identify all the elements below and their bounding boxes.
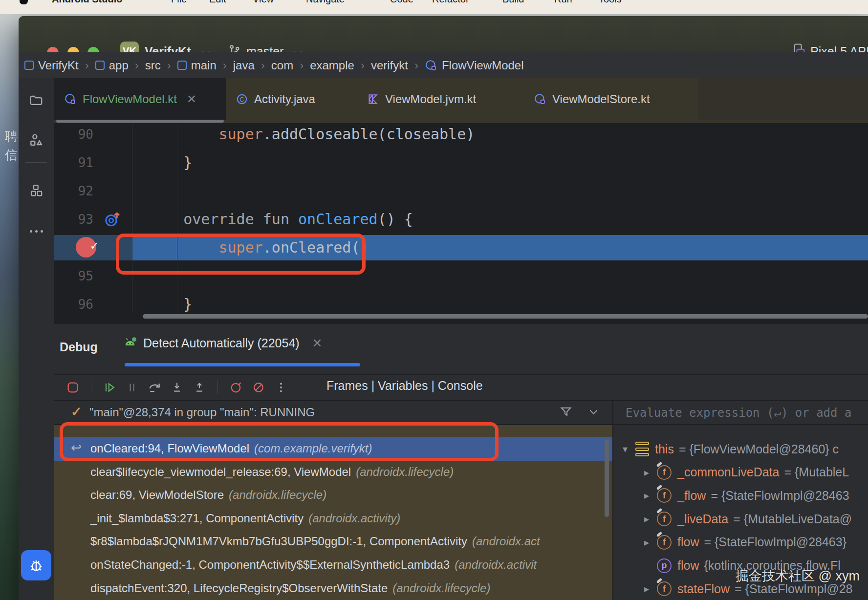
menu-item-android-studio[interactable]: Android Studio [52,0,122,5]
pause-icon[interactable] [125,380,139,395]
debug-session-tab[interactable]: Detect Automatically (22054) ✕ [123,336,323,350]
chevron-right-icon[interactable]: ▸ [644,467,657,478]
frame-package: (androidx.lifecycle) [392,581,490,595]
code-line-95: 95 [54,262,868,290]
variable-row-this[interactable]: ▾this= {FlowViewModel@28460} c [623,437,839,461]
tab-label: ViewModelStore.kt [552,92,650,106]
breadcrumb-separator: › [135,59,139,72]
breadcrumb-label: java [233,59,255,72]
debug-toolbar [65,375,288,400]
menu-item-code[interactable]: Code [390,0,413,5]
structure-icon[interactable] [28,132,44,149]
filter-funnel-icon[interactable] [559,405,573,419]
close-session-icon[interactable]: ✕ [312,336,323,350]
menu-item-file[interactable]: File [171,0,187,5]
menu-item-build[interactable]: Build [502,0,524,5]
variable-row-liveData[interactable]: ▸f_liveData= {MutableLiveData@ [644,507,852,531]
variable-name: _flow [677,489,706,503]
chevron-right-icon[interactable]: ▸ [644,513,657,525]
frame-package: (com.example.verifykt) [254,442,372,455]
chevron-down-icon[interactable]: ▾ [623,443,635,455]
apple-logo-icon[interactable] [20,0,28,4]
breadcrumb-item-verifykt[interactable]: verifykt [371,59,408,72]
stack-frame-row[interactable]: ↩onCleared:94, FlowViewModel(com.example… [54,437,612,461]
more-tool-windows-icon[interactable] [28,223,44,239]
project-folder-icon[interactable] [28,92,44,108]
chevron-right-icon[interactable]: ▸ [644,583,657,595]
minimize-window-button[interactable] [67,47,79,52]
kotlin-class-icon [534,93,546,106]
menu-item-navigate[interactable]: Navigate [306,0,345,5]
chevron-right-icon[interactable]: ▸ [644,536,657,548]
step-over-icon[interactable] [147,380,162,395]
breadcrumb-separator: › [414,59,418,72]
debug-view-tabs[interactable]: Frames | Variables | Console [326,379,483,393]
close-tab-icon[interactable]: ✕ [187,92,196,106]
breakpoint-icon[interactable]: ✓ [76,237,96,257]
tab-viewmodel-jvm-kt[interactable]: ViewModel.jvm.kt [357,78,524,120]
thread-status-row[interactable]: ✓ "main"@28,374 in group "main": RUNNING [54,401,612,424]
menu-item-refactor[interactable]: Refactor [432,0,469,5]
breadcrumb-item-com[interactable]: com [271,59,293,72]
stack-frame-row[interactable]: clear:69, ViewModelStore(androidx.lifecy… [54,484,612,507]
window-title-bar: VK VerifyKt master Pixel 5 API 34 [19,16,868,52]
override-marker-icon[interactable] [103,210,123,230]
tab-activity-java[interactable]: CActivity.java [226,78,357,120]
variable-row-flow[interactable]: ▸f_flow= {StateFlowImpl@28463 [644,484,849,507]
variable-row-commonLiveData[interactable]: ▸f_commonLiveData= {MutableL [644,461,849,484]
breadcrumb-separator: › [85,59,89,72]
menu-item-view[interactable]: View [253,0,274,5]
tab-flowviewmodel-kt[interactable]: FlowViewModel.kt✕ [54,78,226,120]
chevron-down-icon[interactable] [590,407,598,415]
thread-check-icon: ✓ [71,404,82,420]
breadcrumb-item-app[interactable]: app [95,59,129,72]
step-out-icon[interactable] [192,380,207,395]
code-line-90: 90 super.addCloseable(closeable) [54,123,868,149]
git-branch-icon [228,43,242,52]
frames-vertical-scrollbar[interactable] [605,440,609,517]
resource-squares-icon[interactable] [28,182,44,198]
code-text: override fun onCleared() { [148,205,413,234]
java-class-icon: C [236,93,248,106]
breadcrumb-item-example[interactable]: example [310,59,354,72]
current-frame-icon: ↩ [71,440,82,455]
stack-frame-row[interactable]: _init_$lambda$3:271, ComponentActivity(a… [54,507,612,531]
code-line-94: ✓ super.onCleared() [54,234,868,262]
frame-package: (androidx.activity) [308,512,400,525]
chevron-right-icon[interactable]: ▸ [644,490,657,501]
view-breakpoints-icon[interactable] [229,380,243,395]
resume-icon[interactable] [102,380,117,395]
project-selector[interactable]: VerifyKt [145,44,191,52]
mute-breakpoints-icon[interactable] [251,380,266,395]
breadcrumb-item-src[interactable]: src [145,59,161,72]
editor-horizontal-scrollbar[interactable] [143,314,868,319]
branch-selector[interactable]: master [246,44,283,52]
zoom-window-button[interactable] [87,47,99,52]
stack-frame-row[interactable]: dispatchEvent:320, LifecycleRegistry$Obs… [54,577,612,600]
evaluate-expression-input[interactable]: Evaluate expression (↵) or add a [626,406,851,420]
tab-label: ViewModel.jvm.kt [385,92,476,106]
step-into-icon[interactable] [170,380,184,395]
tab-viewmodelstore-kt[interactable]: ViewModelStore.kt [524,78,698,120]
stack-frame-row[interactable]: $r8$lambda$rJQNM1M7Vkmb7bGfu3UBP50ggDI:-… [54,530,612,554]
variable-row-flow[interactable]: ▸fflow= {StateFlowImpl@28463} [644,531,846,554]
menu-item-edit[interactable]: Edit [209,0,226,5]
breadcrumb-item-java[interactable]: java [233,59,255,72]
project-badge[interactable]: VK [120,42,139,52]
android-device-icon [123,336,137,350]
breadcrumb-item-flowviewmodel[interactable]: FlowViewModel [425,59,524,72]
module-icon [95,61,105,70]
variable-value: = {StateFlowImpl@28463} [704,535,846,549]
debug-tool-window-button[interactable] [21,550,51,580]
device-selector[interactable]: Pixel 5 API 34 [810,44,868,52]
close-window-button[interactable] [47,47,59,52]
breadcrumb-item-verifykt[interactable]: VerifyKt [24,59,79,72]
more-options-icon[interactable] [274,380,288,395]
menu-item-run[interactable]: Run [554,0,572,5]
stop-icon[interactable] [65,380,80,395]
menu-item-tools[interactable]: Tools [599,0,622,5]
stack-frame-row[interactable]: clear$lifecycle_viewmodel_release:69, Vi… [54,461,612,484]
breadcrumb-item-main[interactable]: main [177,59,217,72]
debug-panel-title: Debug [60,340,98,354]
stack-frame-row[interactable]: onStateChanged:-1, ComponentActivity$$Ex… [54,554,612,577]
